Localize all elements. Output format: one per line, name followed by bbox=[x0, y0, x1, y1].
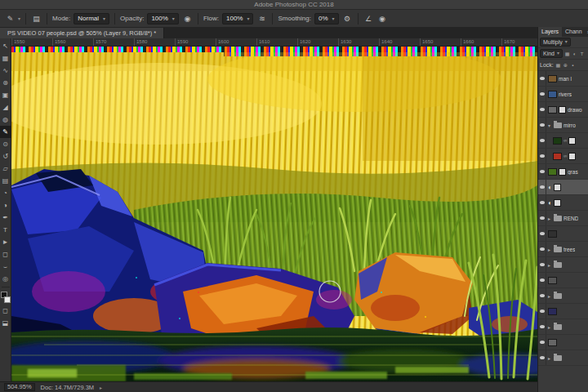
eyedropper-tool[interactable]: ◢ bbox=[0, 101, 11, 114]
visibility-toggle[interactable] bbox=[539, 319, 546, 334]
panel-menu-icon[interactable]: » bbox=[586, 29, 588, 35]
layer-mask-thumbnail[interactable] bbox=[559, 168, 566, 176]
visibility-toggle[interactable] bbox=[539, 87, 546, 101]
layer-row[interactable]: ◐ bbox=[538, 195, 588, 211]
disclosure-triangle-icon[interactable]: ▸ bbox=[548, 216, 552, 221]
layer-name[interactable]: REND bbox=[564, 216, 578, 221]
doc-size-info[interactable]: Doc: 14.7M/729.3M bbox=[41, 384, 94, 391]
hand-tool[interactable]: ⌣ bbox=[0, 261, 11, 273]
visibility-toggle[interactable] bbox=[539, 164, 546, 179]
filter-pixel-icon[interactable]: ▦ bbox=[564, 51, 570, 56]
clone-stamp-tool[interactable]: ⊙ bbox=[0, 138, 11, 150]
visibility-toggle[interactable] bbox=[539, 180, 546, 194]
type-tool[interactable]: T bbox=[0, 224, 11, 236]
pen-tool[interactable]: ✒ bbox=[0, 212, 11, 224]
group-row[interactable]: ▸ bbox=[538, 319, 588, 335]
layer-row[interactable] bbox=[538, 304, 588, 319]
layer-thumbnail[interactable] bbox=[548, 230, 557, 238]
pressure-size-icon[interactable]: ◉ bbox=[377, 13, 388, 24]
layer-mask-thumbnail[interactable] bbox=[568, 137, 576, 145]
layer-name[interactable]: man l bbox=[559, 76, 572, 82]
group-row[interactable]: ▸ bbox=[538, 350, 588, 366]
dodge-tool[interactable]: ◑ bbox=[0, 199, 11, 212]
zoom-tool[interactable]: ◎ bbox=[0, 273, 11, 285]
pressure-opacity-icon[interactable]: ◉ bbox=[182, 13, 193, 24]
layer-mask-thumbnail[interactable] bbox=[554, 184, 561, 191]
group-row[interactable]: ▾ mirro bbox=[538, 118, 588, 133]
layer-row[interactable]: man l bbox=[538, 71, 588, 87]
disclosure-triangle-icon[interactable]: ▸ bbox=[548, 324, 552, 330]
layer-name[interactable]: drawo bbox=[568, 107, 582, 113]
adjustment-layer-icon[interactable]: ◐ bbox=[548, 184, 552, 191]
layer-row[interactable]: drawo bbox=[538, 102, 588, 118]
filter-adjustment-icon[interactable]: ◐ bbox=[572, 51, 577, 56]
airbrush-icon[interactable]: ≋ bbox=[256, 13, 267, 24]
layer-thumbnail[interactable] bbox=[548, 339, 557, 346]
layer-thumbnail[interactable] bbox=[548, 91, 557, 98]
disclosure-triangle-icon[interactable]: ▾ bbox=[548, 122, 552, 128]
group-row[interactable]: ▸ REND bbox=[538, 211, 588, 226]
layer-row[interactable]: ∞ bbox=[538, 149, 588, 164]
layer-thumbnail[interactable] bbox=[548, 277, 557, 284]
blur-tool[interactable]: ◔ bbox=[0, 187, 11, 199]
kind-filter-select[interactable]: Kind ▾ bbox=[540, 49, 563, 58]
background-color-swatch[interactable] bbox=[4, 296, 11, 303]
layer-mask-thumbnail[interactable] bbox=[559, 106, 566, 114]
disclosure-triangle-icon[interactable]: ▸ bbox=[548, 293, 552, 299]
lasso-tool[interactable]: ∿ bbox=[0, 65, 11, 77]
flow-select[interactable]: 100% ▾ bbox=[222, 13, 253, 24]
shape-tool[interactable]: ◻ bbox=[0, 248, 11, 261]
visibility-toggle[interactable] bbox=[539, 304, 546, 318]
visibility-toggle[interactable] bbox=[539, 273, 546, 287]
disclosure-triangle-icon[interactable]: ▸ bbox=[548, 262, 552, 268]
visibility-toggle[interactable] bbox=[539, 211, 546, 225]
layer-row[interactable] bbox=[538, 273, 588, 288]
layer-row[interactable] bbox=[538, 226, 588, 242]
layer-row-selected[interactable]: ◐ bbox=[538, 180, 588, 195]
lock-transparent-icon[interactable]: ▦ bbox=[555, 62, 561, 68]
group-row[interactable]: ▸ trees bbox=[538, 242, 588, 257]
layer-thumbnail[interactable] bbox=[548, 308, 557, 315]
layer-row[interactable]: gras bbox=[538, 164, 588, 180]
move-tool[interactable]: ↖ bbox=[0, 40, 11, 52]
brush-panel-toggle-icon[interactable]: ▤ bbox=[31, 13, 42, 24]
brush-preset-picker[interactable]: ✎ ▾ bbox=[5, 13, 20, 24]
brush-tool[interactable]: ✎ bbox=[0, 126, 11, 138]
status-popup-arrow-icon[interactable]: ▸ bbox=[100, 385, 102, 390]
tab-layers[interactable]: Layers bbox=[538, 27, 562, 37]
visibility-toggle[interactable] bbox=[539, 102, 546, 117]
layer-thumbnail[interactable] bbox=[553, 153, 562, 160]
layer-name[interactable]: mirro bbox=[564, 122, 576, 128]
group-row[interactable]: ▸ bbox=[538, 257, 588, 273]
adjustment-layer-icon[interactable]: ◐ bbox=[548, 199, 552, 207]
lock-all-icon[interactable]: ▪ bbox=[570, 63, 576, 68]
lock-position-icon[interactable]: ⊕ bbox=[563, 62, 568, 68]
visibility-toggle[interactable] bbox=[539, 149, 546, 163]
horizontal-ruler[interactable]: 1550 1560 1570 1580 1590 1600 1610 1620 … bbox=[11, 38, 537, 47]
opacity-select[interactable]: 100% ▾ bbox=[147, 13, 178, 24]
visibility-toggle[interactable] bbox=[539, 335, 546, 350]
tab-channels[interactable]: Chann bbox=[562, 27, 586, 37]
quick-mask-button[interactable]: ◻ bbox=[0, 305, 11, 317]
gradient-tool[interactable]: ▤ bbox=[0, 175, 11, 187]
layer-row[interactable]: ∞ bbox=[538, 133, 588, 149]
brush-angle-icon[interactable]: ∠ bbox=[363, 13, 374, 24]
screen-mode-button[interactable]: ⬓ bbox=[0, 317, 11, 329]
mode-select[interactable]: Normal ▾ bbox=[74, 13, 109, 24]
layer-row[interactable] bbox=[538, 335, 588, 350]
layer-name[interactable]: gras bbox=[568, 169, 578, 175]
layer-thumbnail[interactable] bbox=[548, 106, 557, 114]
history-brush-tool[interactable]: ↺ bbox=[0, 150, 11, 163]
eraser-tool[interactable]: ▱ bbox=[0, 163, 11, 175]
group-row[interactable]: ▸ bbox=[538, 288, 588, 304]
visibility-toggle[interactable] bbox=[539, 288, 546, 303]
crop-tool[interactable]: ▣ bbox=[0, 89, 11, 101]
visibility-toggle[interactable] bbox=[539, 71, 546, 86]
visibility-toggle[interactable] bbox=[539, 242, 546, 256]
disclosure-triangle-icon[interactable]: ▸ bbox=[548, 247, 552, 252]
marquee-tool[interactable]: ▦ bbox=[0, 52, 11, 65]
document-canvas[interactable] bbox=[11, 47, 537, 381]
layer-mask-thumbnail[interactable] bbox=[568, 153, 576, 160]
path-selection-tool[interactable]: ► bbox=[0, 236, 11, 248]
visibility-toggle[interactable] bbox=[539, 257, 546, 272]
